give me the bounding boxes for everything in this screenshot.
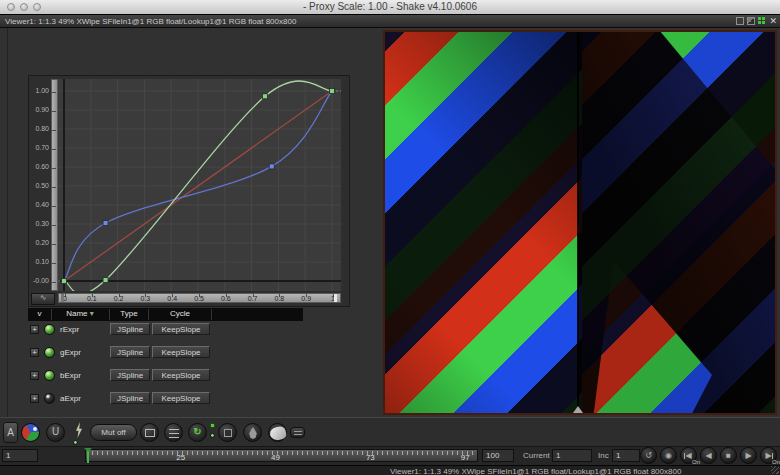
visibility-toggle-icon[interactable] (44, 393, 55, 404)
viewer-image-frame (383, 30, 777, 415)
y-tick-label: 0.90 (35, 106, 49, 113)
mute-toggle-button[interactable]: Mut off (90, 424, 137, 441)
expand-icon[interactable]: + (30, 325, 39, 334)
current-frame-field[interactable]: 1 (552, 449, 592, 462)
curve-fit-button[interactable]: ∿ (31, 293, 55, 305)
burn-in-button[interactable] (243, 423, 262, 442)
range-handle-left[interactable] (61, 294, 64, 302)
curve-row-gExpr[interactable]: +gExprJSplineKeepSlope (28, 346, 303, 359)
curve-canvas[interactable] (58, 79, 341, 291)
cycle-mode-cell[interactable]: KeepSlope (152, 392, 210, 404)
col-cycle[interactable]: Cycle (149, 309, 211, 318)
compare-modes-button[interactable] (164, 423, 183, 442)
col-visibility[interactable]: v (28, 309, 51, 318)
x-tick-label: 0.3 (137, 295, 153, 302)
keyframe-bExpr[interactable] (269, 164, 274, 169)
status-bar: Viewer1: 1:1.3 49% XWipe SFileIn1@1 RGB … (0, 465, 780, 475)
keyframe-gExpr[interactable] (263, 94, 268, 99)
update-mode-button[interactable]: U (46, 423, 65, 442)
flipbook-button[interactable] (268, 423, 287, 442)
curve-plot[interactable] (58, 79, 341, 291)
keyframe-gExpr[interactable] (330, 89, 335, 94)
stop-button[interactable]: ■ (720, 447, 737, 464)
frame-icon (145, 429, 155, 437)
lookup-curve-editor[interactable]: 1.000.900.800.700.600.500.400.300.200.10… (28, 75, 350, 307)
viewer-workspace: 1.000.900.800.700.600.500.400.300.200.10… (0, 28, 780, 417)
cycle-mode-cell[interactable]: KeepSlope (152, 369, 210, 381)
col-type[interactable]: Type (110, 309, 148, 318)
ruler-frame-number: 97 (455, 453, 475, 462)
viewer-layout-icon[interactable] (758, 17, 766, 25)
y-axis-ruler[interactable] (51, 79, 58, 291)
spline-type-cell[interactable]: JSpline (110, 369, 150, 381)
cycle-mode-cell[interactable]: KeepSlope (152, 323, 210, 335)
keyframe-bExpr[interactable] (103, 221, 108, 226)
keyframe-gExpr[interactable] (62, 279, 67, 284)
inc-field[interactable]: 1 (612, 449, 640, 462)
render-flag-button[interactable] (72, 422, 86, 440)
time-ruler[interactable]: 25497397 (85, 449, 478, 462)
paint-icon (269, 425, 287, 441)
curve-channel-table: v Name ▾ Type Cycle +rExprJSplineKeepSlo… (28, 308, 303, 413)
viewer-close-icon[interactable]: ✕ (769, 17, 777, 25)
x-axis-ruler[interactable]: 00.10.20.30.40.50.60.70.80.91 (58, 293, 341, 303)
step-back-button[interactable]: ◀ (700, 447, 717, 464)
frame-view-button[interactable] (140, 423, 159, 442)
channel-name: bExpr (60, 371, 81, 380)
playhead[interactable] (87, 448, 89, 463)
play-icon: ▶ (741, 451, 756, 461)
color-wheel-icon[interactable] (21, 423, 40, 442)
x-tick-label: 0.6 (218, 295, 234, 302)
play-button[interactable]: ▶ (740, 447, 757, 464)
cycle-mode-cell[interactable]: KeepSlope (152, 346, 210, 358)
render-led-icon (73, 440, 78, 445)
viewer-compare-icon[interactable] (747, 17, 755, 25)
levels-icon (169, 429, 179, 438)
viewer-toolbar: A U Mut off ↻ (0, 417, 780, 447)
spline-type-cell[interactable]: JSpline (110, 323, 150, 335)
range-handle-right[interactable] (334, 294, 337, 302)
update-image-button[interactable]: ↻ (188, 423, 207, 442)
sound-button[interactable]: ◉ (660, 447, 677, 464)
spline-type-cell[interactable]: JSpline (110, 346, 150, 358)
curve-row-rExpr[interactable]: +rExprJSplineKeepSlope (28, 323, 303, 336)
viewer-detach-icon[interactable] (736, 17, 744, 25)
table-header: v Name ▾ Type Cycle (28, 308, 303, 321)
xwipe-split-line[interactable] (577, 32, 579, 413)
loop-button[interactable]: ↺ (640, 447, 657, 464)
timeline-row: 1 25497397 100 Current 1 Inc 1 ↺◉◀On◀■▶▶… (0, 447, 780, 465)
buffer-a-button[interactable]: A (3, 422, 18, 443)
col-name[interactable]: Name ▾ (52, 309, 108, 318)
x-tick-label: 0.5 (191, 295, 207, 302)
curve-row-bExpr[interactable]: +bExprJSplineKeepSlope (28, 369, 303, 382)
y-tick-label: 1.00 (35, 87, 49, 94)
viewer-titlebar-icons: ✕ (736, 17, 777, 25)
viewer-image[interactable] (385, 32, 775, 413)
curve-row-aExpr[interactable]: +aExprJSplineKeepSlope (28, 392, 303, 405)
x-tick-label: 1 (325, 295, 341, 302)
window-titlebar[interactable]: - Proxy Scale: 1.00 - Shake v4.10.0606 (0, 0, 780, 15)
panel-divider (7, 28, 8, 417)
channel-name: gExpr (60, 348, 81, 357)
viewer-script-button[interactable] (290, 427, 305, 438)
xwipe-handle-icon[interactable] (573, 406, 583, 413)
current-label: Current (523, 451, 550, 460)
viewer-titlebar: Viewer1: 1:1.3 49% XWipe SFileIn1@1 RGB … (0, 14, 780, 28)
expand-icon[interactable]: + (30, 371, 39, 380)
roi-button[interactable] (218, 423, 237, 442)
visibility-toggle-icon[interactable] (44, 370, 55, 381)
visibility-toggle-icon[interactable] (44, 347, 55, 358)
resize-grip-icon[interactable] (771, 466, 779, 474)
flame-icon (248, 427, 258, 439)
spline-type-cell[interactable]: JSpline (110, 392, 150, 404)
y-tick-label: 0.80 (35, 125, 49, 132)
script-icon (294, 431, 302, 435)
channel-name: aExpr (60, 394, 81, 403)
keyframe-gExpr[interactable] (103, 278, 108, 283)
expand-icon[interactable]: + (30, 348, 39, 357)
expand-icon[interactable]: + (30, 394, 39, 403)
frame-start-field[interactable]: 1 (2, 449, 38, 462)
update-led-icon (210, 433, 215, 438)
visibility-toggle-icon[interactable] (44, 324, 55, 335)
frame-end-field[interactable]: 100 (482, 449, 514, 462)
